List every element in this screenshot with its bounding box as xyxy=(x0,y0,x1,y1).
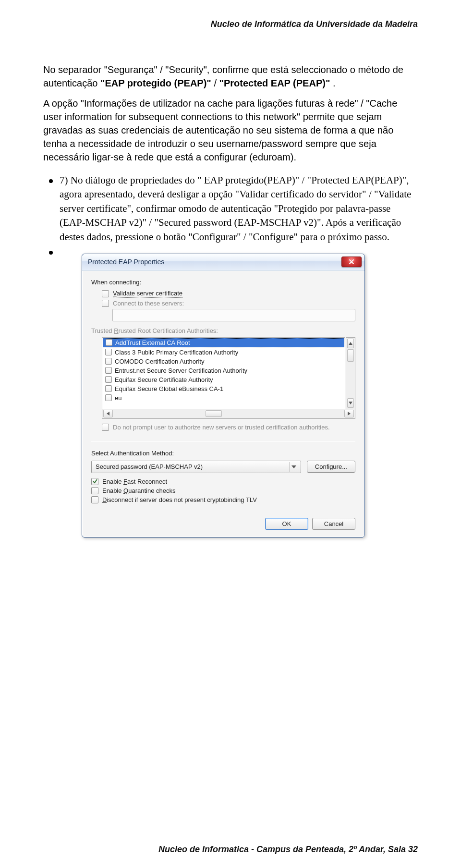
ca-row-5[interactable]: Equifax Secure Global eBusiness CA-1 xyxy=(102,384,345,393)
bullet-icon xyxy=(49,251,53,255)
quarantine-rest: uarantine checks xyxy=(128,487,175,494)
cancel-button[interactable]: Cancel xyxy=(312,518,355,530)
listbox-hscroll[interactable] xyxy=(102,409,355,419)
no-prompt-checkbox[interactable]: Do not prompt user to authorize new serv… xyxy=(102,424,355,431)
ok-button[interactable]: OK xyxy=(265,518,308,530)
auth-method-label: Select Authentication Method: xyxy=(91,450,355,457)
scroll-down-button[interactable] xyxy=(347,398,354,408)
bullet-item-empty xyxy=(49,245,418,250)
ca-row-6[interactable]: eu xyxy=(102,393,345,403)
scroll-left-button[interactable] xyxy=(103,410,113,417)
servers-input[interactable] xyxy=(112,309,355,321)
close-button[interactable] xyxy=(341,257,362,267)
cryptobinding-checkbox[interactable]: Disconnect if server does not present cr… xyxy=(91,496,355,503)
scroll-up-button[interactable] xyxy=(347,339,354,348)
p1-bold1: "EAP protegido (PEAP)" xyxy=(100,78,211,88)
ca-row-1[interactable]: Class 3 Public Primary Certification Aut… xyxy=(102,348,345,357)
configure-button[interactable]: Configure... xyxy=(307,461,355,473)
scroll-right-button[interactable] xyxy=(344,410,354,417)
separator xyxy=(91,441,355,442)
titlebar: Protected EAP Properties xyxy=(82,254,364,270)
when-connecting-label: When connecting: xyxy=(91,279,355,286)
fast-reconnect-checkbox[interactable]: Enable Fast Reconnect xyxy=(91,478,355,485)
ca-row-4[interactable]: Equifax Secure Certificate Authority xyxy=(102,375,345,384)
bullet-icon xyxy=(49,179,53,183)
fast-reconnect-rest: ast Reconnect xyxy=(127,478,167,485)
auth-method-value: Secured password (EAP-MSCHAP v2) xyxy=(96,463,289,470)
ca-row-2[interactable]: COMODO Certification Authority xyxy=(102,357,345,366)
hscroll-thumb[interactable] xyxy=(206,410,222,417)
p1-suffix: . xyxy=(333,78,336,88)
ca-row-0[interactable]: AddTrust External CA Root xyxy=(103,338,344,347)
connect-servers-checkbox[interactable]: Connect to these servers: xyxy=(102,300,355,307)
p1-mid: / xyxy=(214,78,219,88)
bullet-item-7: 7) No diálogo de propriedades do " EAP p… xyxy=(49,173,418,244)
validate-cert-label: alidate server certificate xyxy=(117,290,182,297)
footer: Nucleo de Informatica - Campus da Pentea… xyxy=(158,844,418,855)
chevron-down-icon xyxy=(289,462,299,472)
no-prompt-label: o not prompt user to authorize new serve… xyxy=(117,424,329,431)
listbox-vscroll[interactable] xyxy=(346,337,355,409)
scroll-thumb[interactable] xyxy=(347,349,354,362)
quarantine-checkbox[interactable]: Enable Quarantine checks xyxy=(91,487,355,494)
dialog-title: Protected EAP Properties xyxy=(88,258,164,266)
trusted-root-label: Trusted Rrusted Root Certification Autho… xyxy=(91,327,355,334)
trusted-ca-listbox[interactable]: AddTrust External CA Root Class 3 Public… xyxy=(102,337,345,409)
paragraph-2: A opção "Informações de utilizador na ca… xyxy=(43,97,418,164)
validate-cert-checkbox[interactable]: Validate server certificate xyxy=(102,290,355,298)
connect-servers-label: onnect to these servers: xyxy=(117,300,184,307)
ca-row-3[interactable]: Entrust.net Secure Server Certification … xyxy=(102,366,345,375)
bullet-7-text: 7) No diálogo de propriedades do " EAP p… xyxy=(60,173,418,244)
peap-properties-dialog: Protected EAP Properties When connecting… xyxy=(82,254,365,538)
paragraph-1: No separador "Segurança" / "Security", c… xyxy=(43,63,418,90)
p1-bold2: "Protected EAP (PEAP)" xyxy=(219,78,330,88)
cryptobinding-rest: isconnect if server does not present cry… xyxy=(107,496,256,503)
header: Nucleo de Informática da Universidade da… xyxy=(43,19,418,29)
auth-method-select[interactable]: Secured password (EAP-MSCHAP v2) xyxy=(91,461,301,473)
close-icon xyxy=(349,259,354,265)
